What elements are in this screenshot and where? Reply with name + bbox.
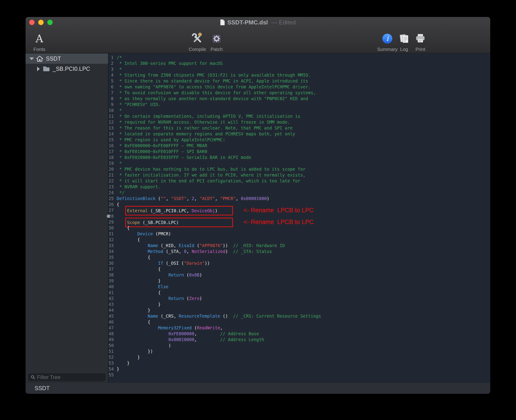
filter-input[interactable] [37,374,103,380]
disclosure-triangle-right[interactable] [35,67,42,71]
code-line[interactable]: 22 * it will start in the end of PCI con… [108,178,490,184]
line-number: 13 [108,125,117,131]
titlebar[interactable]: SSDT-PMC.dsl — Edited [26,17,490,28]
code-line[interactable]: 3 * [108,66,490,72]
code-line[interactable]: 53 } [108,360,490,366]
code-line[interactable]: 16 * 0xFE000000~0xFE00FFFF — PMC MBAR [108,143,490,149]
line-number: 22 [108,178,117,184]
code-line[interactable]: 52 } [108,354,490,360]
code-line[interactable]: 5 * Since there is no standard device fo… [108,78,490,84]
code-line[interactable]: 45 Name (_CRS, ResourceTemplate () // _C… [108,313,490,319]
code-line[interactable]: 6 * own naming "APP9876" to access this … [108,84,490,90]
code-text: * required for NVRAM access. Otherwise i… [117,119,290,125]
line-number: 5 [108,78,117,84]
code-editor[interactable]: 1/*2 * Intel 300-series PMC support for … [108,53,490,382]
token: , [236,196,241,201]
code-line[interactable]: 44 } [108,307,490,313]
code-line[interactable]: 14 * located in separate memory regions … [108,131,490,137]
code-line[interactable]: 33 Name (_HID, EisaId ("APP9876")) // _H… [108,243,490,248]
token: { [117,225,129,230]
token [117,208,127,213]
code-line[interactable]: 9 * "PCHRESV" UID. [108,102,490,107]
code-line[interactable]: 26{ [108,201,490,207]
code-line[interactable]: 40 Else [108,284,490,290]
code-text: * To avoid confusion we disable this dev… [117,90,316,96]
line-number: 51 [108,348,117,354]
line-number: 45 [108,313,117,319]
code-line[interactable]: 30 { [108,225,490,231]
minimize-button[interactable] [38,20,44,25]
code-line[interactable]: 7 * To avoid confusion we disable this d… [108,90,490,96]
token: { [117,202,119,207]
code-line[interactable]: 17 * 0xFE010000~0xFE010FFF — SPI BAR0 [108,149,490,154]
token: // _HID: Hardware ID [233,243,285,248]
print-button[interactable]: Print [408,28,432,52]
code-line[interactable]: 18 * 0xFE020000~0xFE035FFF — SerialIo BA… [108,154,490,160]
code-line[interactable]: 32 { [108,237,490,243]
code-line[interactable]: 55 [108,372,490,378]
sidebar-item--sb-pci0-lpc[interactable]: _SB.PCI0.LPC [26,64,108,74]
filter-field[interactable] [28,374,105,381]
token: "Darwin" [184,261,205,266]
code-line[interactable]: 46 { [108,319,490,325]
window-title: SSDT-PMC.dsl — Edited [220,19,296,26]
code-line[interactable]: 34 Method (_STA, 0, NotSerialized) // _S… [108,248,490,254]
token: * "PCHRESV" UID. [117,102,160,107]
code-line[interactable]: 35 { [108,254,490,260]
code-line[interactable]: 41 { [108,290,490,295]
token: , [194,196,199,201]
code-line[interactable]: 36 If (_OSI ("Darwin")) [108,260,490,266]
code-line[interactable]: 25DefinitionBlock ("", "SSDT", 2, "ACDT"… [108,195,490,201]
token: (_HID, [158,243,179,248]
token [117,331,168,336]
code-line[interactable]: 15 * PMC region is used by AppleIntelPCH… [108,137,490,143]
code-line[interactable]: 24 */ [108,190,490,195]
sidebar-item-ssdt[interactable]: SSDT [26,53,108,64]
home-icon [36,55,44,62]
code-line[interactable]: 27 External (_SB_.PCI0.LPC, DeviceObj)<-… [108,207,490,213]
token: Else [158,284,168,289]
code-line[interactable]: 47 Memory32Fixed (ReadWrite, [108,325,490,331]
code-line[interactable]: 13 * The reason for this is rather uncle… [108,125,490,131]
code-line[interactable]: 29 Scope (_SB.PCI0.LPC)<- Rename LPCB to… [108,219,490,225]
code-line[interactable]: 39 } [108,278,490,284]
code-line[interactable]: 10 * [108,107,490,113]
token: 0x0B [189,272,199,277]
code-line[interactable]: 11 * On certain implementations, includi… [108,113,490,119]
code-line[interactable]: 51 }) [108,348,490,354]
code-line[interactable]: 12 * required for NVRAM access. Otherwis… [108,119,490,125]
code-line[interactable]: 43 } [108,301,490,307]
code-line[interactable]: 48 0xFE000000, // Address Base [108,331,490,337]
code-line[interactable]: 4 * Starting from Z390 chipsets PMC (D31… [108,72,490,78]
zoom-button[interactable] [47,20,53,25]
compile-tools-icon [191,32,204,46]
code-line[interactable]: 20 * PMC device has nothing to do to LPC… [108,166,490,172]
code-line[interactable]: 31 Device (PMCR) [108,231,490,237]
fonts-button[interactable]: A Fonts [30,28,49,52]
code-line[interactable]: 1/* [108,54,490,60]
code-line[interactable]: 49 0x00010000, // Address Length [108,337,490,343]
code-line[interactable]: 2 * Intel 300-series PMC support for mac… [108,60,490,66]
code-line[interactable]: 8 * as they normally use another non-sta… [108,96,490,102]
token: ) [199,272,202,277]
code-text: * Since there is no standard device for … [117,78,308,84]
line-number: 19 [108,160,117,166]
code-text: * [117,107,122,113]
code-line[interactable]: 23 * NVRAM support. [108,184,490,190]
patch-button[interactable]: Patch [205,28,228,52]
code-line[interactable]: 38 Return (0x0B) [108,272,490,278]
code-line[interactable]: 42 Return (Zero) [108,295,490,301]
code-line[interactable]: 50 ) [108,343,490,348]
code-line[interactable]: 28 [108,213,490,219]
close-button[interactable] [29,20,35,25]
token: ReadWrite [197,325,220,330]
code-line[interactable]: 19 * [108,160,490,166]
code-line[interactable]: 21 * faster initialisation. If we add it… [108,172,490,178]
disclosure-triangle-down[interactable] [28,57,35,60]
code-line[interactable]: 37 { [108,266,490,272]
code-text: { [117,290,160,295]
code-text: { [117,319,150,325]
toolbar: A Fonts Compile [26,28,490,53]
code-line[interactable]: 54} [108,366,490,372]
patch-label: Patch [211,47,223,52]
